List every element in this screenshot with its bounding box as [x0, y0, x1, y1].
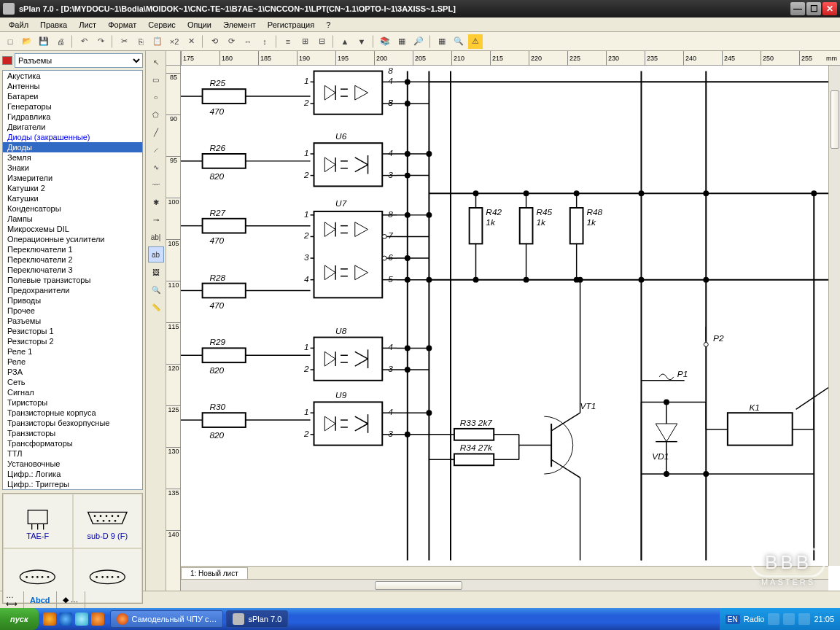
- zoom-tool[interactable]: 🔍: [148, 281, 164, 298]
- category-item[interactable]: Полевые транзисторы: [3, 275, 142, 285]
- category-item[interactable]: Измерители: [3, 173, 142, 183]
- task-splan[interactable]: sPlan 7.0: [226, 610, 288, 628]
- delete-button[interactable]: ✕: [184, 34, 198, 49]
- category-item[interactable]: Батареи: [3, 91, 142, 101]
- category-item[interactable]: Установочные: [3, 459, 142, 469]
- task-firefox[interactable]: Самодельный ЧПУ с…: [110, 610, 224, 628]
- category-item[interactable]: Тиристоры: [3, 397, 142, 408]
- pin-tool[interactable]: ⊸: [148, 211, 164, 228]
- category-item[interactable]: РЗА: [3, 367, 142, 377]
- rect-tool[interactable]: ▭: [148, 71, 164, 88]
- category-dropdown[interactable]: Разъемы: [15, 53, 143, 68]
- category-item[interactable]: Прочее: [3, 306, 142, 316]
- category-item[interactable]: Приводы: [3, 295, 142, 306]
- redo-button[interactable]: ↷: [93, 34, 108, 49]
- measure-tool[interactable]: 📏: [148, 299, 164, 315]
- new-button[interactable]: □: [3, 34, 18, 49]
- circle-tool[interactable]: ○: [148, 89, 164, 105]
- menu-help[interactable]: ?: [320, 19, 336, 31]
- tray-volume-icon[interactable]: [798, 613, 810, 625]
- front-button[interactable]: ▲: [338, 34, 352, 49]
- category-item[interactable]: Катушки: [3, 193, 142, 203]
- save-button[interactable]: 💾: [36, 34, 51, 49]
- category-item[interactable]: Транзисторные корпуса: [3, 408, 142, 418]
- text-tool[interactable]: ab|: [148, 229, 164, 245]
- menu-file[interactable]: Файл: [3, 19, 34, 31]
- quick-icon[interactable]: [91, 612, 104, 626]
- pointer-tool[interactable]: ↖: [148, 54, 164, 70]
- find-button[interactable]: 🔎: [411, 34, 426, 49]
- image-tool[interactable]: 🖼: [148, 264, 164, 280]
- category-item[interactable]: Реле: [3, 357, 142, 367]
- poly-tool[interactable]: ⬠: [148, 106, 164, 122]
- category-item[interactable]: Резисторы 1: [3, 326, 142, 336]
- group-button[interactable]: ⊞: [298, 34, 312, 49]
- category-item[interactable]: Катушки 2: [3, 183, 142, 193]
- menu-options[interactable]: Опции: [182, 19, 217, 31]
- quick-icon[interactable]: [59, 612, 72, 626]
- flip-h-button[interactable]: ↔: [241, 34, 255, 49]
- scrollbar-vertical[interactable]: [828, 66, 840, 566]
- category-item[interactable]: Транзисторы безкорпусные: [3, 418, 142, 428]
- category-item[interactable]: Сеть: [3, 377, 142, 387]
- tray-clock[interactable]: 21:05: [814, 615, 834, 623]
- lib-button[interactable]: 📚: [378, 34, 392, 49]
- menu-edit[interactable]: Правка: [34, 19, 73, 31]
- category-item[interactable]: Переключатели 2: [3, 254, 142, 265]
- minimize-button[interactable]: —: [790, 2, 805, 15]
- category-item[interactable]: Акустика: [3, 71, 142, 81]
- junction-tool[interactable]: ✱: [148, 194, 164, 210]
- close-button[interactable]: ✕: [822, 2, 837, 15]
- category-item[interactable]: Антенны: [3, 81, 142, 91]
- menu-format[interactable]: Формат: [102, 19, 142, 31]
- open-button[interactable]: 📂: [20, 34, 34, 49]
- schematic-canvas[interactable]: R25470R26820R27470R28470R29820R308201243…: [181, 66, 828, 566]
- category-item[interactable]: Микросхемы DIL: [3, 224, 142, 234]
- tray-language[interactable]: EN: [726, 615, 740, 624]
- curve-tool[interactable]: ∿: [148, 159, 164, 175]
- category-item[interactable]: ТТЛ: [3, 448, 142, 459]
- undo-button[interactable]: ↶: [77, 34, 91, 49]
- category-item[interactable]: Двигатели: [3, 122, 142, 132]
- wire-tool[interactable]: ⟋: [148, 141, 164, 158]
- copy-button[interactable]: ⎘: [133, 34, 148, 49]
- paste-button[interactable]: 📋: [150, 34, 165, 49]
- sheet-tab-1[interactable]: 1: Новый лист: [181, 567, 248, 579]
- category-item[interactable]: Предохранители: [3, 285, 142, 295]
- category-item[interactable]: Трансформаторы: [3, 438, 142, 448]
- category-item[interactable]: Переключатели 1: [3, 244, 142, 254]
- palette-subd9[interactable]: sub-D 9 (F): [73, 494, 143, 548]
- start-button[interactable]: пуск: [0, 608, 39, 630]
- menu-register[interactable]: Регистрация: [262, 19, 320, 31]
- category-item[interactable]: Операционные усилители: [3, 234, 142, 244]
- zoom-button[interactable]: 🔍: [451, 34, 466, 49]
- category-item[interactable]: Знаки: [3, 163, 142, 173]
- print-button[interactable]: 🖨: [53, 34, 68, 49]
- category-item[interactable]: Цифр.: Логика: [3, 469, 142, 479]
- label-tool[interactable]: ab: [148, 246, 164, 262]
- quick-icon[interactable]: [43, 612, 56, 626]
- category-item[interactable]: Земля: [3, 152, 142, 163]
- category-item[interactable]: Транзисторы: [3, 428, 142, 438]
- palette-tae[interactable]: TAE-F: [3, 494, 73, 548]
- ungroup-button[interactable]: ⊟: [314, 34, 329, 49]
- category-item[interactable]: Гидравлика: [3, 112, 142, 122]
- category-item[interactable]: Генераторы: [3, 101, 142, 112]
- maximize-button[interactable]: ☐: [806, 2, 821, 15]
- scrollbar-horizontal[interactable]: [181, 579, 828, 591]
- category-item[interactable]: Резисторы 2: [3, 336, 142, 346]
- tray-icon[interactable]: [783, 613, 795, 625]
- category-item[interactable]: Переключатели 3: [3, 265, 142, 275]
- quick-icon[interactable]: [75, 612, 88, 626]
- sheet-button[interactable]: ▦: [394, 34, 409, 49]
- category-list[interactable]: АкустикаАнтенныБатареиГенераторыГидравли…: [2, 70, 143, 490]
- category-item[interactable]: Разъемы: [3, 316, 142, 326]
- menu-service[interactable]: Сервис: [142, 19, 182, 31]
- line-tool[interactable]: ╱: [148, 124, 164, 140]
- scroll-thumb[interactable]: [831, 90, 839, 149]
- category-item[interactable]: Реле 1: [3, 346, 142, 357]
- dup-button[interactable]: ×2: [167, 34, 182, 49]
- warn-button[interactable]: ⚠: [468, 34, 483, 49]
- menu-sheet[interactable]: Лист: [73, 19, 102, 31]
- bezier-tool[interactable]: 〰: [148, 176, 164, 192]
